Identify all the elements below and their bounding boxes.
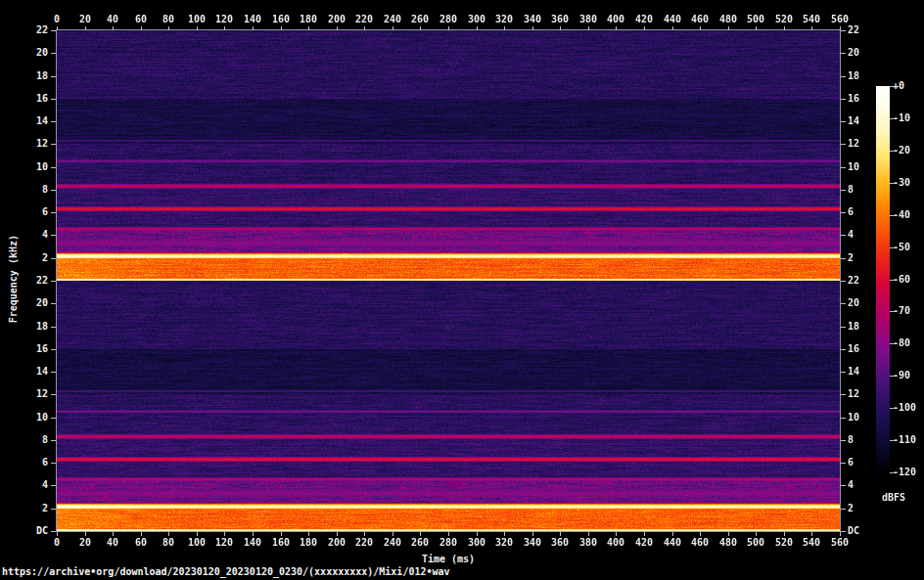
- freq-tick-label-right: 14: [848, 115, 887, 127]
- freq-tick-label-left: 10: [6, 161, 48, 173]
- tick-mark-top: [113, 26, 114, 30]
- tick-mark-top: [588, 26, 589, 30]
- spectrogram-heatmap: [57, 30, 840, 531]
- tick-mark-top: [532, 26, 533, 30]
- tick-mark-left: [51, 190, 56, 191]
- tick-mark-left: [51, 303, 56, 304]
- tick-mark-top: [644, 26, 645, 30]
- tick-mark-top: [700, 26, 701, 30]
- tick-mark-right: [841, 372, 846, 373]
- tick-mark-bottom: [644, 532, 645, 536]
- tick-mark-right: [841, 190, 846, 191]
- tick-mark-left: [51, 30, 56, 31]
- tick-mark-left: [51, 144, 56, 145]
- freq-tick-label-left: 14: [6, 115, 48, 127]
- tick-mark-left: [51, 440, 56, 441]
- tick-mark-bottom: [448, 532, 449, 536]
- freq-tick-label-left: 12: [6, 138, 48, 150]
- tick-mark-bottom: [113, 532, 114, 536]
- tick-mark-top: [811, 26, 812, 30]
- tick-mark-left: [51, 372, 56, 373]
- tick-mark-right: [841, 121, 846, 122]
- colorbar-tick-label: -30: [893, 177, 924, 189]
- tick-mark-bottom: [616, 532, 617, 536]
- freq-tick-label-left: DC: [6, 525, 48, 537]
- tick-mark-left: [51, 394, 56, 395]
- tick-mark-top: [420, 26, 421, 30]
- colorbar-tick-label: +0: [893, 80, 924, 92]
- tick-mark-right: [841, 76, 846, 77]
- freq-tick-label-left: 14: [6, 366, 48, 378]
- freq-tick-label-right: 14: [848, 366, 887, 378]
- tick-mark-top: [477, 26, 478, 30]
- tick-mark-right: [841, 509, 846, 510]
- freq-tick-label-left: 8: [6, 434, 48, 446]
- tick-mark-bottom: [393, 532, 393, 536]
- tick-mark-top: [253, 26, 254, 30]
- freq-tick-label-left: 10: [6, 412, 48, 424]
- tick-mark-bottom: [700, 532, 701, 536]
- tick-mark-right: [841, 485, 846, 486]
- freq-tick-label-right: 12: [848, 388, 887, 400]
- freq-tick-label-right: 20: [848, 47, 887, 59]
- tick-mark-bottom: [477, 532, 478, 536]
- tick-mark-right: [841, 327, 846, 328]
- tick-mark-left: [51, 99, 56, 100]
- freq-tick-label-left: 18: [6, 70, 48, 82]
- tick-mark-top: [337, 26, 338, 30]
- tick-mark-left: [51, 281, 56, 282]
- tick-mark-top: [393, 26, 393, 30]
- tick-mark-left: [51, 531, 56, 532]
- colorbar-tick-label: -110: [893, 434, 924, 446]
- tick-mark-left: [51, 76, 56, 77]
- tick-mark-top: [756, 26, 757, 30]
- tick-mark-right: [841, 144, 846, 145]
- tick-mark-top: [197, 26, 198, 30]
- freq-tick-label-right: 10: [848, 161, 887, 173]
- tick-mark-left: [51, 258, 56, 259]
- colorbar-tick-label: -20: [893, 145, 924, 156]
- colorbar-tick-label: -100: [893, 402, 924, 414]
- tick-mark-bottom: [504, 532, 505, 536]
- freq-tick-label-right: 20: [848, 297, 887, 309]
- freq-tick-label-left: 20: [6, 47, 48, 59]
- tick-mark-right: [841, 281, 846, 282]
- freq-tick-label-left: 8: [6, 184, 48, 196]
- tick-mark-bottom: [337, 532, 338, 536]
- freq-tick-label-left: 22: [6, 24, 48, 36]
- freq-tick-label-right: 12: [848, 138, 887, 150]
- freq-tick-label-right: DC: [848, 525, 887, 537]
- tick-mark-right: [841, 258, 846, 259]
- tick-mark-colorbar: [890, 472, 894, 473]
- tick-mark-top: [728, 26, 729, 30]
- colorbar-tick-label: -70: [893, 305, 924, 317]
- tick-mark-bottom: [811, 532, 812, 536]
- tick-mark-left: [51, 463, 56, 464]
- tick-mark-top: [448, 26, 449, 30]
- tick-mark-colorbar: [890, 151, 894, 152]
- colorbar-tick-label: -120: [893, 467, 924, 478]
- tick-mark-colorbar: [890, 86, 894, 87]
- tick-mark-top: [504, 26, 505, 30]
- tick-mark-top: [672, 26, 673, 30]
- tick-mark-bottom: [784, 532, 785, 536]
- tick-mark-colorbar: [890, 247, 894, 248]
- frequency-axis-title: Frequency (kHz): [8, 235, 19, 323]
- tick-mark-bottom: [57, 532, 58, 536]
- tick-mark-right: [841, 99, 846, 100]
- tick-mark-top: [281, 26, 282, 30]
- tick-mark-colorbar: [890, 311, 894, 312]
- freq-tick-label-right: 16: [848, 93, 887, 105]
- tick-mark-bottom: [281, 532, 282, 536]
- freq-tick-label-left: 16: [6, 93, 48, 105]
- tick-mark-bottom: [253, 532, 254, 536]
- time-tick-label-bottom: 560: [820, 537, 859, 549]
- time-axis-title: Time (ms): [397, 554, 499, 564]
- tick-mark-bottom: [560, 532, 561, 536]
- tick-mark-left: [51, 167, 56, 168]
- tick-mark-right: [841, 349, 846, 350]
- tick-mark-bottom: [420, 532, 421, 536]
- freq-tick-label-right: 22: [848, 275, 887, 287]
- tick-mark-bottom: [756, 532, 757, 536]
- tick-mark-left: [51, 418, 56, 419]
